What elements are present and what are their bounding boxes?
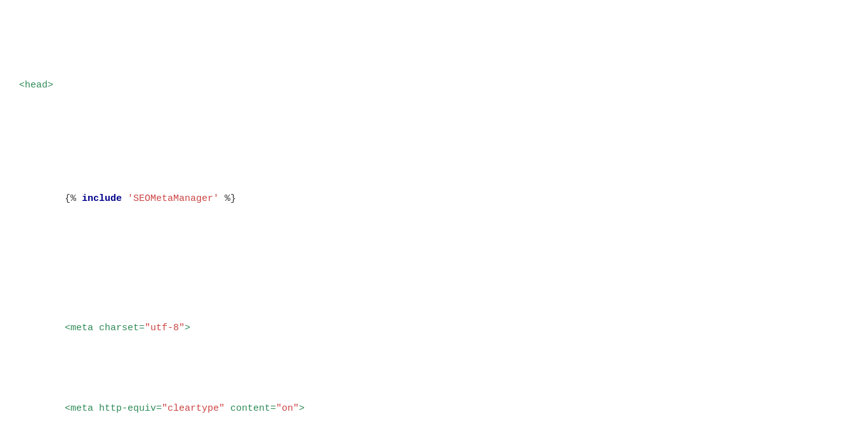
line-head: <head> xyxy=(19,77,849,94)
line-include-seo: {% include 'SEOMetaManager' %} xyxy=(19,174,849,223)
kw-include1: include xyxy=(82,193,122,204)
line-blank2 xyxy=(19,255,849,272)
line-blank1 xyxy=(19,126,849,143)
line-meta-http: <meta http-equiv="cleartype" content="on… xyxy=(19,385,849,434)
tag-head: <head> xyxy=(19,80,53,91)
line-meta-charset: <meta charset="utf-8"> xyxy=(19,304,849,352)
str-seo: 'SEOMetaManager' xyxy=(128,193,219,204)
code-editor: <head> {% include 'SEOMetaManager' %} <m… xyxy=(19,13,849,438)
